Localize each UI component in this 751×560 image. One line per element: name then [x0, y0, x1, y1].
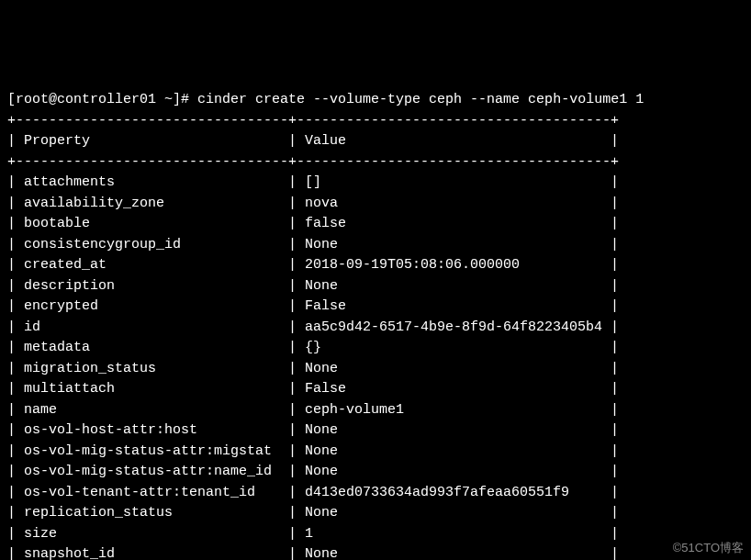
watermark: ©51CTO博客	[673, 539, 744, 557]
table-border-mid: +---------------------------------+-----…	[7, 154, 619, 170]
shell-prompt: [root@controller01 ~]#	[7, 92, 189, 107]
table-border-top: +---------------------------------+-----…	[7, 113, 619, 129]
shell-command[interactable]: cinder create --volume-type ceph --name …	[197, 92, 644, 107]
table-body: | attachments | [] | | availability_zone…	[7, 174, 619, 560]
table-header-row: | Property | Value |	[7, 133, 619, 149]
